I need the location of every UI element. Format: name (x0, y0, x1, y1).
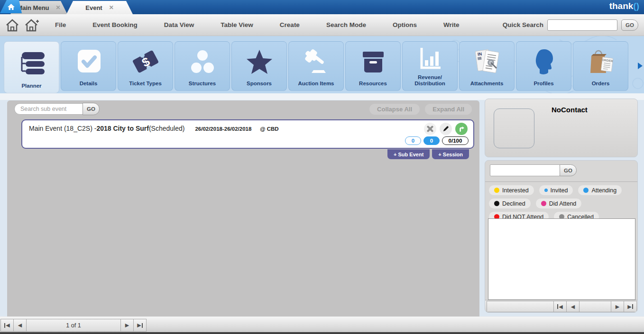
ribbon-tile-orders[interactable]: ORDER Orders (573, 41, 628, 91)
ribbon-tile-ticket-types[interactable]: $ Ticket Types (118, 41, 173, 91)
add-home-button[interactable] (24, 17, 41, 33)
attendee-pager: ◀ ◀ ▶ ▶ (485, 300, 638, 313)
filter-label: Did Attend (549, 200, 577, 207)
menu-item-file[interactable]: File (55, 21, 66, 28)
pencil-icon (442, 126, 449, 132)
ribbon-tile-structures[interactable]: Structures (175, 41, 230, 91)
status-dot-icon (583, 188, 589, 193)
tab-main-menu-label: Main Menu (17, 4, 49, 11)
quick-search-input[interactable] (550, 20, 624, 30)
delete-event-button[interactable] (424, 123, 436, 135)
event-pager: ◀ ◀ 1 of 1 ▶ ▶ (1, 319, 147, 332)
collapse-all-button[interactable]: Collapse All (369, 104, 420, 115)
bottom-dark-strip (0, 332, 644, 334)
ribbon-scroll-right-icon[interactable] (638, 63, 643, 69)
attendee-search-go-button[interactable]: GO (560, 164, 577, 176)
close-icon[interactable]: ✕ (56, 4, 61, 11)
counter-badge[interactable]: 0 (405, 136, 421, 145)
ribbon-tile-profiles[interactable]: Profiles (516, 41, 571, 91)
tile-label: Ticket Types (127, 81, 164, 87)
quick-search-go-button[interactable]: GO (621, 19, 638, 31)
pager-page-cell (579, 301, 611, 312)
bar-chart-icon (415, 42, 445, 74)
event-add-buttons: + Sub Event + Session (387, 149, 469, 159)
pager-next-button[interactable]: ▶ (120, 319, 134, 332)
add-sub-event-button[interactable]: + Sub Event (387, 149, 430, 159)
go-to-event-button[interactable] (455, 123, 468, 135)
ribbon-tile-revenue-distribution[interactable]: Revenue/ Distribution (402, 41, 458, 91)
tab-event-label: Event (85, 4, 102, 11)
event-counters: 0 0 0/100 (405, 136, 469, 145)
ribbon-tile-sponsors[interactable]: Sponsors (231, 41, 287, 91)
pager-last-button[interactable]: ▶ (133, 319, 147, 332)
contact-card: NoContact (485, 99, 638, 157)
sub-event-search: GO (14, 103, 100, 115)
svg-text:IN: IN (477, 52, 482, 57)
ribbon: Planner Details (0, 36, 644, 93)
attendee-search-input[interactable] (490, 164, 560, 176)
menu-item-write[interactable]: Write (443, 21, 460, 28)
status-dot-icon (494, 201, 499, 206)
home-button[interactable] (4, 17, 21, 33)
tile-label: Details (78, 81, 100, 87)
gavel-icon (301, 42, 331, 81)
bottom-status-bar: ◀ ◀ 1 of 1 ▶ ▶ (0, 316, 644, 334)
pager-next-button[interactable]: ▶ (611, 301, 624, 312)
structures-icon (187, 42, 218, 81)
pager-prev-button[interactable]: ◀ (13, 319, 27, 332)
edit-event-button[interactable] (440, 123, 452, 135)
menu-item-search-mode[interactable]: Search Mode (326, 21, 366, 28)
sub-event-search-input[interactable] (14, 103, 83, 115)
ribbon-tile-resources[interactable]: Resources (345, 41, 401, 91)
tile-label: Planner (19, 83, 43, 89)
menu-item-options[interactable]: Options (393, 21, 417, 28)
ribbon-tile-auction-items[interactable]: Auction Items (288, 41, 344, 91)
filter-invited[interactable]: Invited (539, 185, 573, 195)
expand-all-button[interactable]: Expand All (425, 104, 472, 115)
ribbon-tile-planner[interactable]: Planner (4, 41, 59, 93)
filter-declined[interactable]: Declined (489, 199, 531, 208)
event-dates: 26/02/2018-26/02/2018 (195, 126, 251, 132)
close-x-icon (427, 126, 433, 132)
home-icon (5, 18, 20, 32)
status-dot-icon (541, 201, 546, 206)
filter-label: Declined (502, 200, 525, 207)
tile-label: Resources (357, 81, 389, 87)
ribbon-tile-details[interactable]: Details (61, 41, 116, 91)
main-event-card[interactable]: Main Event (18_C2S) - 2018 City to Surf … (21, 119, 474, 149)
pager-last-button[interactable]: ▶ (624, 301, 637, 312)
tab-home[interactable] (0, 0, 22, 13)
ribbon-tile-attachments[interactable]: IN Attachments (459, 41, 515, 91)
status-dot-icon (494, 188, 499, 193)
quick-search-combo[interactable] (547, 19, 617, 31)
event-title: Main Event (18_C2S) - 2018 City to Surf … (29, 125, 279, 132)
pager-first-button[interactable]: ◀ (553, 301, 567, 312)
quick-search-group: Quick Search GO (503, 19, 638, 31)
ribbon-tiles: Planner Details (4, 41, 628, 93)
menu-item-data-view[interactable]: Data View (164, 21, 194, 28)
sub-event-search-go-button[interactable]: GO (83, 103, 100, 115)
attendee-filter-panel: GO Interested Invited Attending Declined (485, 160, 638, 313)
capacity-badge[interactable]: 0/100 (442, 136, 469, 145)
documents-icon: IN (472, 42, 502, 81)
filter-label: Interested (502, 187, 529, 194)
menu-item-create[interactable]: Create (280, 21, 300, 28)
pager-filler (487, 301, 554, 312)
filter-interested[interactable]: Interested (489, 185, 534, 195)
menu-item-event-booking[interactable]: Event Booking (92, 21, 138, 28)
thankq-logo: thank() (609, 1, 639, 11)
filter-attending[interactable]: Attending (578, 185, 622, 195)
pager-prev-button[interactable]: ◀ (566, 301, 580, 312)
add-session-button[interactable]: + Session (432, 149, 469, 159)
counter-badge[interactable]: 0 (423, 136, 440, 145)
filter-did-attend[interactable]: Did Attend (536, 199, 582, 208)
box-icon (358, 42, 388, 81)
close-icon[interactable]: ✕ (109, 4, 114, 11)
menu-item-table-view[interactable]: Table View (221, 21, 253, 28)
tab-event[interactable]: Event ✕ (66, 1, 133, 14)
head-icon (529, 42, 559, 81)
home-icon (7, 3, 15, 10)
ticket-icon: $ (130, 42, 161, 81)
tile-label: Revenue/ Distribution (403, 74, 457, 87)
pager-first-button[interactable]: ◀ (0, 319, 14, 332)
